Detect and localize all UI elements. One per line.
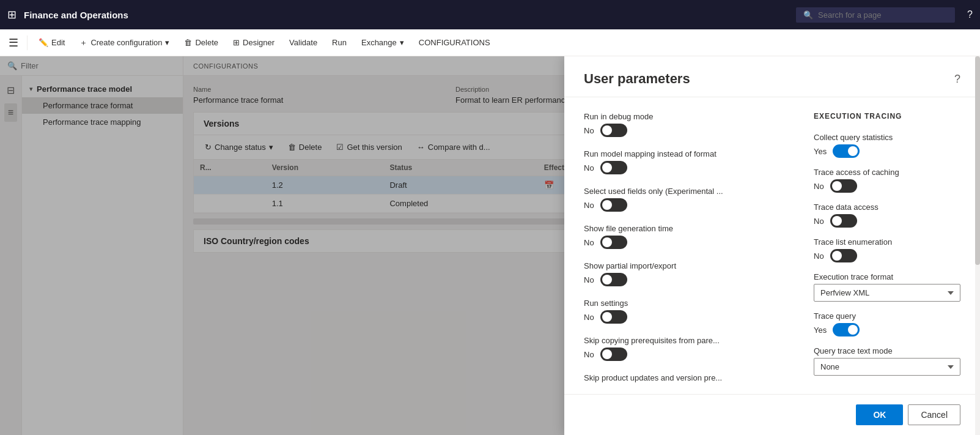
param-skip-updates: Skip product updates and version pre... — [584, 373, 789, 382]
ok-button[interactable]: OK — [856, 404, 903, 425]
param-debug-mode: Run in debug mode No — [584, 112, 789, 137]
panel-scrollbar[interactable] — [975, 56, 980, 435]
toggle-trace-caching[interactable] — [830, 179, 857, 193]
toggle-file-gen-time[interactable] — [600, 236, 627, 249]
top-navigation: ⊞ Finance and Operations 🔍 ? — [0, 0, 980, 29]
panel-body: Run in debug mode No Run model mapping i… — [564, 97, 980, 394]
toggle-run-settings[interactable] — [600, 310, 627, 324]
toggle-collect-query[interactable] — [833, 144, 860, 158]
param-trace-query: Trace query Yes — [814, 311, 960, 336]
edit-button[interactable]: ✏️ Edit — [32, 34, 71, 51]
panel-footer: OK Cancel — [564, 394, 980, 435]
user-parameters-panel: User parameters ? Run in debug mode No — [564, 56, 980, 435]
search-icon: 🔍 — [803, 10, 813, 20]
toggle-trace-query[interactable] — [833, 323, 860, 336]
query-trace-text-mode-select[interactable]: None Full Short — [814, 358, 960, 376]
create-configuration-button[interactable]: ＋ Create configuration ▾ — [73, 34, 175, 52]
cancel-button[interactable]: Cancel — [908, 404, 960, 425]
param-run-settings: Run settings No — [584, 299, 789, 324]
param-trace-caching: Trace access of caching No — [814, 168, 960, 193]
edit-icon: ✏️ — [39, 38, 48, 47]
param-used-fields: Select used fields only (Experimental ..… — [584, 187, 789, 212]
run-button[interactable]: Run — [326, 34, 353, 51]
toggle-skip-prereqs[interactable] — [600, 348, 627, 361]
delete-button[interactable]: 🗑 Delete — [178, 34, 224, 51]
toggle-debug-mode[interactable] — [600, 124, 627, 137]
separator-1 — [27, 35, 28, 50]
panel-help-icon[interactable]: ? — [954, 73, 960, 86]
app-title: Finance and Operations — [24, 10, 128, 20]
command-bar: ☰ ✏️ Edit ＋ Create configuration ▾ 🗑 Del… — [0, 29, 980, 56]
toggle-used-fields[interactable] — [600, 198, 627, 212]
param-exec-trace-format: Execution trace format Perfview XML ETW … — [814, 272, 960, 302]
toggle-trace-list[interactable] — [830, 249, 857, 262]
panel-right-column: EXECUTION TRACING Collect query statisti… — [814, 112, 960, 379]
param-model-mapping: Run model mapping instead of format No — [584, 149, 789, 174]
execution-tracing-label: EXECUTION TRACING — [814, 112, 960, 121]
trash-icon: 🗑 — [184, 38, 192, 47]
search-input[interactable] — [818, 10, 948, 20]
panel-left-column: Run in debug mode No Run model mapping i… — [584, 112, 789, 379]
toggle-trace-data[interactable] — [830, 214, 857, 228]
param-skip-prereqs: Skip copying prerequisites from pare... … — [584, 336, 789, 361]
execution-trace-format-select[interactable]: Perfview XML ETW None — [814, 284, 960, 302]
param-query-trace-mode: Query trace text mode None Full Short — [814, 346, 960, 376]
toggle-partial-import[interactable] — [600, 273, 627, 286]
chevron-down-icon: ▾ — [165, 38, 169, 47]
param-trace-list: Trace list enumeration No — [814, 237, 960, 262]
app-grid-icon[interactable]: ⊞ — [7, 8, 17, 21]
param-collect-query: Collect query statistics Yes — [814, 133, 960, 158]
validate-button[interactable]: Validate — [283, 34, 323, 51]
panel-header: User parameters ? — [564, 56, 980, 97]
toggle-model-mapping[interactable] — [600, 161, 627, 174]
search-box[interactable]: 🔍 — [796, 7, 955, 23]
designer-button[interactable]: ⊞ Designer — [227, 34, 281, 51]
param-trace-data: Trace data access No — [814, 203, 960, 228]
configurations-button[interactable]: CONFIGURATIONS — [413, 34, 496, 51]
panel-title: User parameters — [584, 71, 690, 87]
hamburger-button[interactable]: ☰ — [5, 32, 22, 53]
param-partial-import: Show partial import/export No — [584, 261, 789, 286]
param-file-gen-time: Show file generation time No — [584, 224, 789, 249]
designer-icon: ⊞ — [233, 38, 240, 47]
main-area: 🔍 ⊟ ≡ ▾ Performance trace model Performa… — [0, 56, 980, 435]
chevron-down-icon-exchange: ▾ — [400, 38, 404, 47]
help-icon[interactable]: ? — [967, 9, 973, 20]
exchange-button[interactable]: Exchange ▾ — [355, 34, 410, 51]
plus-icon: ＋ — [79, 37, 87, 48]
panel-scrollbar-thumb — [975, 56, 980, 264]
